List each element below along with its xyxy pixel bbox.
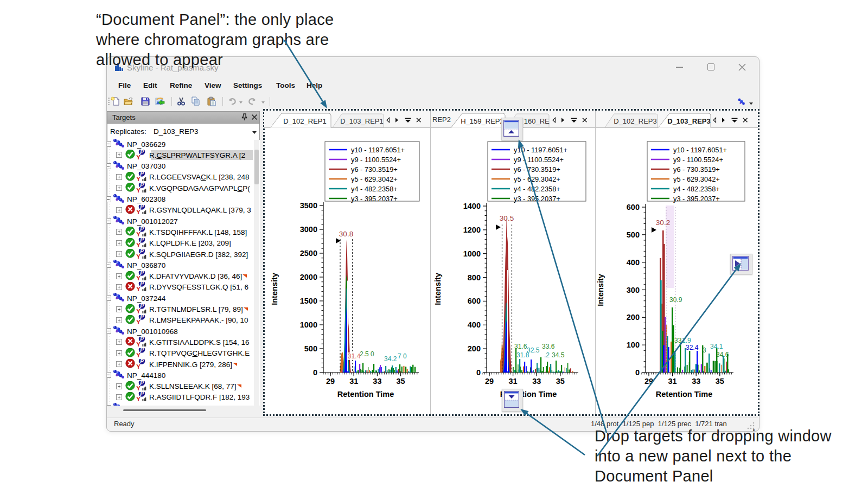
svg-text:y9 - 1100.5524+: y9 - 1100.5524+ xyxy=(514,156,564,164)
svg-text:31.6: 31.6 xyxy=(514,343,527,350)
svg-text:P: P xyxy=(140,183,144,188)
svg-text:y6 - 730.3519+: y6 - 730.3519+ xyxy=(514,165,560,174)
svg-text:1000: 1000 xyxy=(463,249,481,258)
svg-text:35: 35 xyxy=(556,377,565,386)
svg-text:200: 200 xyxy=(468,344,481,353)
svg-text:Intensity: Intensity xyxy=(270,273,279,305)
svg-text:1000: 1000 xyxy=(300,320,317,329)
svg-text:2.5 0: 2.5 0 xyxy=(360,350,374,358)
svg-text:y3 - 395.2037+: y3 - 395.2037+ xyxy=(514,195,560,203)
svg-text:y10 - 1197.6051+: y10 - 1197.6051+ xyxy=(351,146,405,154)
svg-text:y4 - 482.2358+: y4 - 482.2358+ xyxy=(351,185,398,193)
svg-text:D_103_REP3: D_103_REP3 xyxy=(667,117,711,125)
svg-text:P: P xyxy=(140,392,144,397)
svg-text:3000: 3000 xyxy=(300,225,317,234)
svg-text:P: P xyxy=(140,271,144,276)
svg-text:y10 - 1197.6051+: y10 - 1197.6051+ xyxy=(514,146,567,154)
svg-text:35: 35 xyxy=(397,377,405,386)
svg-text:3500: 3500 xyxy=(300,201,317,210)
svg-text:Y: Y xyxy=(136,231,141,237)
svg-text:y3 - 395.2037+: y3 - 395.2037+ xyxy=(351,195,398,203)
svg-text:P: P xyxy=(140,348,144,353)
svg-text:34.2: 34.2 xyxy=(384,355,397,363)
svg-text:2500: 2500 xyxy=(300,249,317,258)
svg-text:500: 500 xyxy=(304,344,317,353)
svg-text:1400: 1400 xyxy=(463,202,481,210)
svg-text:P: P xyxy=(140,337,144,342)
svg-text:32.5: 32.5 xyxy=(527,346,540,354)
svg-text:Y: Y xyxy=(136,341,141,347)
svg-text:Intensity: Intensity xyxy=(433,273,442,305)
svg-text:Y: Y xyxy=(136,176,141,182)
svg-text:P: P xyxy=(140,227,144,232)
svg-text:H_159_REP2: H_159_REP2 xyxy=(461,117,504,125)
svg-text:P: P xyxy=(140,205,144,210)
svg-text:Y: Y xyxy=(136,363,141,369)
svg-text:33.6: 33.6 xyxy=(542,343,555,350)
svg-text:Y: Y xyxy=(136,286,141,292)
svg-text:0: 0 xyxy=(313,368,317,377)
svg-text:P: P xyxy=(140,172,144,177)
svg-text:D_102_REP1: D_102_REP1 xyxy=(283,117,327,125)
svg-text:29: 29 xyxy=(326,377,335,386)
svg-text:800: 800 xyxy=(468,273,481,282)
svg-text:Y: Y xyxy=(136,396,141,402)
svg-text:31.4: 31.4 xyxy=(348,352,361,360)
svg-text:600: 600 xyxy=(468,297,481,305)
svg-text:Y: Y xyxy=(136,275,141,281)
svg-text:Retention Time: Retention Time xyxy=(337,390,394,399)
svg-text:P: P xyxy=(140,359,144,364)
svg-text:2000: 2000 xyxy=(300,273,317,281)
svg-text:y4 - 482.2358+: y4 - 482.2358+ xyxy=(514,185,560,193)
svg-text:Y: Y xyxy=(136,154,141,160)
svg-text:P: P xyxy=(140,381,144,386)
svg-text:Y: Y xyxy=(136,319,141,325)
svg-text:y5 - 629.3042+: y5 - 629.3042+ xyxy=(514,175,560,183)
svg-text:1500: 1500 xyxy=(300,297,317,305)
svg-text:P: P xyxy=(140,249,144,254)
svg-text:33: 33 xyxy=(532,377,541,386)
svg-text:Y: Y xyxy=(136,253,141,259)
svg-text:7 0: 7 0 xyxy=(398,352,407,360)
svg-text:y6 - 730.3519+: y6 - 730.3519+ xyxy=(351,165,398,174)
svg-text:Y: Y xyxy=(136,242,141,248)
svg-text:Y: Y xyxy=(136,187,141,193)
svg-text:P: P xyxy=(140,304,144,309)
svg-text:31: 31 xyxy=(509,377,518,386)
svg-text:D_102_REP3: D_102_REP3 xyxy=(614,117,657,125)
svg-text:.2: .2 xyxy=(544,351,550,359)
svg-text:31: 31 xyxy=(349,377,358,386)
svg-text:1200: 1200 xyxy=(463,226,481,234)
svg-text:29: 29 xyxy=(485,377,494,386)
svg-text:P: P xyxy=(140,282,144,287)
svg-text:34.5: 34.5 xyxy=(552,351,565,359)
svg-text:Y: Y xyxy=(136,385,141,391)
svg-text:Y: Y xyxy=(136,352,141,358)
svg-text:y9 - 1100.5524+: y9 - 1100.5524+ xyxy=(351,156,401,164)
svg-text:P: P xyxy=(140,315,144,320)
svg-text:P: P xyxy=(140,150,144,155)
svg-text:33: 33 xyxy=(373,377,381,386)
svg-text:30.8: 30.8 xyxy=(339,230,353,238)
svg-text:30.5: 30.5 xyxy=(500,214,514,222)
svg-text:400: 400 xyxy=(468,320,481,329)
svg-text:y5 - 629.3042+: y5 - 629.3042+ xyxy=(351,175,398,183)
svg-text:Y: Y xyxy=(136,308,141,314)
svg-text:0: 0 xyxy=(476,368,481,377)
svg-text:P: P xyxy=(140,238,144,243)
svg-text:Y: Y xyxy=(136,209,141,215)
svg-text:D_103_REP1: D_103_REP1 xyxy=(340,117,384,125)
